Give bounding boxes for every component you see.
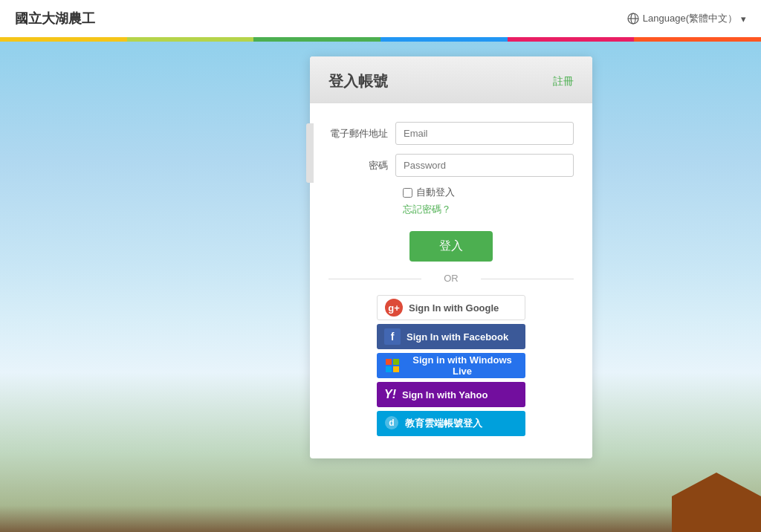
auto-login-row: 自動登入 [403, 186, 574, 199]
yahoo-icon: Y! [384, 388, 396, 401]
email-input[interactable] [395, 122, 574, 145]
card-title: 登入帳號 [328, 71, 388, 91]
facebook-signin-label: Sign In with Facebook [407, 331, 508, 343]
facebook-signin-button[interactable]: f Sign In with Facebook [377, 324, 525, 349]
password-row: 密碼 [328, 154, 574, 177]
site-title: 國立大湖農工 [15, 10, 95, 27]
password-input[interactable] [395, 154, 574, 177]
stripe-orange [634, 37, 761, 42]
login-card: 登入帳號 註冊 電子郵件地址 密碼 自動登入 忘記密碼？ 登入 [310, 56, 592, 458]
windows-live-icon [384, 357, 401, 374]
email-row: 電子郵件地址 [328, 122, 574, 145]
google-icon: g+ [385, 299, 403, 317]
language-label: Language(繁體中文） [643, 12, 737, 25]
password-label: 密碼 [328, 159, 395, 172]
email-label: 電子郵件地址 [328, 127, 395, 140]
card-body: 電子郵件地址 密碼 自動登入 忘記密碼？ 登入 OR [310, 103, 592, 458]
svg-rect-6 [393, 366, 399, 372]
auto-login-label: 自動登入 [416, 186, 455, 199]
register-link[interactable]: 註冊 [553, 75, 574, 88]
edu-cloud-signin-button[interactable]: d 教育雲端帳號登入 [377, 411, 525, 436]
dropdown-arrow-icon: ▾ [741, 13, 746, 25]
card-tab-decoration [306, 123, 314, 183]
svg-text:d: d [389, 418, 394, 428]
google-signin-button[interactable]: g+ Sign In with Google [377, 295, 525, 320]
stripe-pink [508, 37, 635, 42]
globe-icon [627, 13, 639, 25]
google-signin-label: Sign In with Google [409, 302, 499, 314]
facebook-icon: f [384, 328, 401, 345]
main-content: 登入帳號 註冊 電子郵件地址 密碼 自動登入 忘記密碼？ 登入 [0, 42, 761, 458]
or-text: OR [444, 273, 459, 284]
forgot-password-link[interactable]: 忘記密碼？ [403, 203, 574, 216]
windows-live-signin-label: Sign in with Windows Live [407, 354, 518, 377]
stripe-green [253, 37, 380, 42]
edu-cloud-icon: d [384, 415, 399, 432]
stripe-blue [380, 37, 508, 42]
stripe-yellow [0, 37, 127, 42]
svg-rect-5 [386, 366, 392, 372]
svg-rect-4 [393, 359, 399, 365]
auto-login-checkbox[interactable] [403, 188, 412, 198]
login-button[interactable]: 登入 [409, 231, 493, 262]
card-header: 登入帳號 註冊 [310, 56, 592, 103]
top-bar: 國立大湖農工 Language(繁體中文） ▾ [0, 0, 761, 37]
stripe-lime [127, 37, 254, 42]
language-selector[interactable]: Language(繁體中文） ▾ [627, 12, 746, 25]
svg-rect-3 [386, 359, 392, 365]
color-stripe [0, 37, 761, 42]
social-buttons-container: g+ Sign In with Google f Sign In with Fa… [328, 295, 574, 436]
or-divider: OR [328, 273, 574, 284]
yahoo-signin-button[interactable]: Y! Sign In with Yahoo [377, 382, 525, 407]
edu-cloud-signin-label: 教育雲端帳號登入 [405, 417, 482, 430]
windows-live-signin-button[interactable]: Sign in with Windows Live [377, 353, 525, 378]
yahoo-signin-label: Sign In with Yahoo [402, 389, 488, 400]
